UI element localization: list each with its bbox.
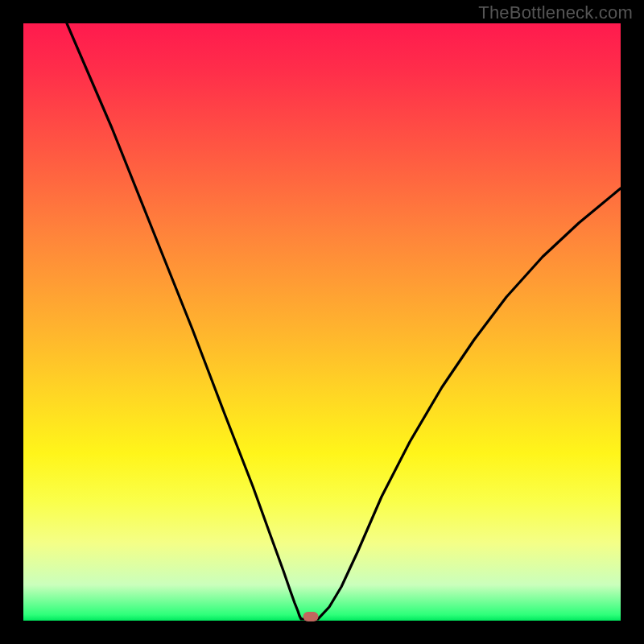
- minimum-marker: [303, 612, 319, 621]
- plot-area: [23, 23, 621, 621]
- curve-svg: [23, 23, 621, 621]
- watermark-text: TheBottleneck.com: [478, 2, 633, 23]
- bottleneck-curve: [67, 23, 621, 619]
- chart-frame: TheBottleneck.com: [0, 0, 644, 644]
